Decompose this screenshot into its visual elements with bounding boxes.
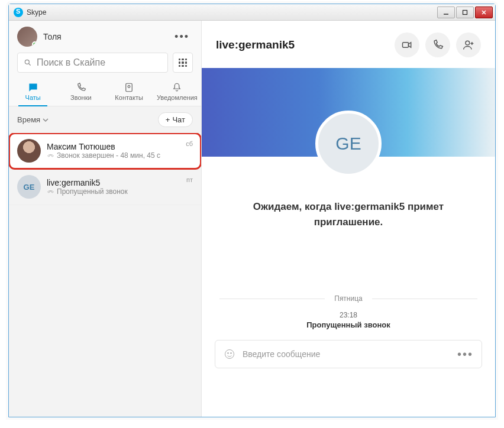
- add-person-button[interactable]: [456, 33, 481, 57]
- search-row: Поиск в Скайпе: [9, 53, 201, 79]
- tab-label: Чаты: [25, 94, 41, 101]
- conversation-panel: live:germanik5 GE Ожидаем, когда live:ge…: [202, 21, 495, 417]
- svg-point-4: [25, 60, 29, 64]
- filter-row: Время + Чат: [9, 106, 201, 133]
- tab-label: Контакты: [115, 94, 143, 101]
- chat-name: live:germanik5: [47, 178, 180, 187]
- composer-more-icon[interactable]: •••: [457, 348, 473, 361]
- contacts-icon: [124, 82, 134, 93]
- svg-point-9: [466, 41, 470, 45]
- plus-icon: +: [166, 115, 170, 124]
- chat-avatar: [17, 139, 41, 163]
- svg-point-11: [228, 353, 229, 354]
- tab-label: Уведомления: [157, 94, 198, 101]
- emoji-icon[interactable]: [224, 348, 235, 360]
- titlebar: Skype: [9, 4, 495, 21]
- conversation-title: live:germanik5: [216, 38, 389, 51]
- video-call-button[interactable]: [395, 33, 419, 57]
- day-label: Пятница: [334, 294, 363, 303]
- nav-tabs: Чаты Звонки Контакты Уведомления: [9, 79, 201, 106]
- search-placeholder: Поиск в Скайпе: [37, 57, 105, 68]
- chat-time: сб: [186, 140, 193, 147]
- new-chat-button[interactable]: + Чат: [158, 112, 193, 127]
- chat-name: Максим Тютюшев: [47, 142, 180, 151]
- chevron-down-icon: [43, 117, 49, 123]
- window-buttons: [437, 7, 493, 18]
- chat-meta: live:germanik5 Пропущенный звонок: [47, 178, 180, 196]
- chat-subtitle: Пропущенный звонок: [47, 187, 180, 196]
- dialpad-icon: [179, 59, 187, 67]
- more-menu-icon[interactable]: •••: [171, 31, 193, 43]
- tab-chats[interactable]: Чаты: [9, 79, 57, 106]
- chat-meta: Максим Тютюшев Звонок завершен - 48 мин,…: [47, 142, 180, 160]
- presence-indicator-icon: [32, 41, 37, 47]
- svg-point-12: [231, 353, 232, 354]
- tab-calls[interactable]: Звонки: [57, 79, 105, 106]
- tab-label: Звонки: [70, 94, 92, 101]
- new-chat-label: Чат: [172, 115, 185, 124]
- app-body: Толя ••• Поиск в Скайпе Чаты: [9, 21, 495, 417]
- tab-contacts[interactable]: Контакты: [105, 79, 153, 106]
- current-user-row[interactable]: Толя •••: [9, 21, 201, 53]
- svg-line-5: [29, 64, 31, 66]
- audio-call-button[interactable]: [425, 33, 450, 57]
- close-button[interactable]: [475, 7, 493, 18]
- contact-avatar[interactable]: GE: [315, 111, 382, 177]
- call-text: Пропущенный звонок: [202, 320, 495, 329]
- skype-icon: [14, 8, 23, 17]
- window-title: Skype: [27, 8, 437, 17]
- svg-point-10: [225, 350, 234, 359]
- user-display-name: Толя: [43, 32, 171, 41]
- chat-list: Максим Тютюшев Звонок завершен - 48 мин,…: [9, 133, 201, 417]
- dialpad-button[interactable]: [173, 53, 193, 73]
- filter-label-text: Время: [17, 115, 40, 124]
- missed-call-icon: [47, 188, 54, 196]
- video-icon: [401, 39, 413, 51]
- profile-banner: GE: [202, 68, 495, 157]
- invite-message: Ожидаем, когда live:germanik5 примет при…: [202, 199, 495, 229]
- app-window: Skype Толя ••• Поиск в Скайпе: [8, 4, 496, 417]
- svg-point-7: [128, 86, 130, 88]
- chat-item[interactable]: Максим Тютюшев Звонок завершен - 48 мин,…: [9, 133, 201, 169]
- tab-notifications[interactable]: Уведомления: [153, 79, 201, 106]
- person-add-icon: [463, 39, 474, 51]
- call-time: 23:18: [202, 311, 495, 319]
- sidebar: Толя ••• Поиск в Скайпе Чаты: [9, 21, 202, 417]
- phone-icon: [76, 82, 86, 93]
- day-divider: Пятница: [202, 294, 495, 303]
- search-input[interactable]: Поиск в Скайпе: [17, 53, 168, 73]
- svg-rect-1: [463, 10, 467, 14]
- search-icon: [24, 59, 32, 67]
- chat-avatar: GE: [17, 175, 41, 199]
- chat-icon: [28, 82, 38, 93]
- chat-time: пт: [186, 176, 193, 183]
- maximize-button[interactable]: [456, 7, 474, 18]
- user-avatar[interactable]: [17, 27, 37, 47]
- svg-rect-8: [403, 43, 409, 47]
- chat-item[interactable]: GE live:germanik5 Пропущенный звонок пт: [9, 169, 201, 205]
- composer-placeholder: Введите сообщение: [243, 349, 450, 359]
- missed-call-log: 23:18 Пропущенный звонок: [202, 311, 495, 329]
- phone-icon: [432, 39, 444, 51]
- chat-header: live:germanik5: [202, 21, 495, 68]
- minimize-button[interactable]: [437, 7, 455, 18]
- filter-dropdown[interactable]: Время: [17, 115, 158, 124]
- message-composer[interactable]: Введите сообщение •••: [215, 340, 482, 368]
- call-ended-icon: [47, 152, 54, 160]
- chat-subtitle: Звонок завершен - 48 мин, 45 с: [47, 151, 180, 160]
- bell-icon: [172, 82, 182, 93]
